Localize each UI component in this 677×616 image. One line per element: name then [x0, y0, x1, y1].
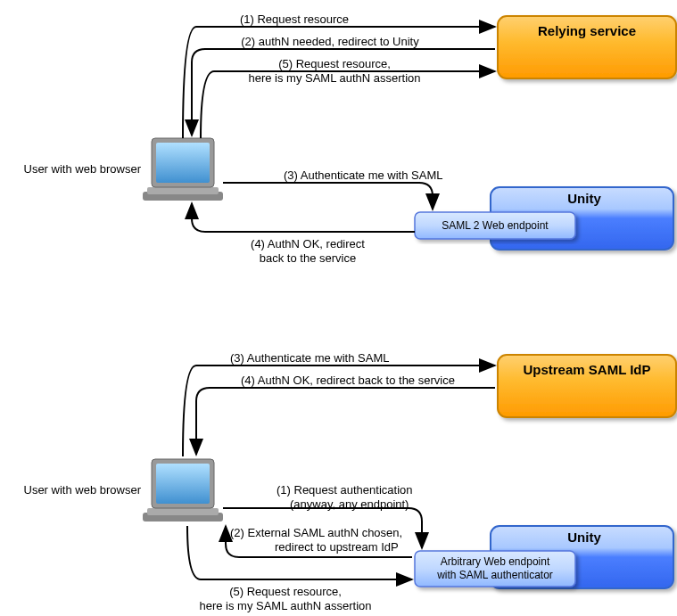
arrow-5b-label-bottom: here is my SAML authN assertion: [199, 599, 371, 612]
laptop-icon: [143, 138, 223, 201]
arrow-4-bottom: [196, 388, 495, 455]
saml-endpoint-label-top: SAML 2 Web endpoint: [442, 219, 549, 232]
endpoint-label1-bottom: Arbitrary Web endpoint: [441, 555, 550, 568]
arrow-1a-label-bottom: (1) Request authentication: [277, 483, 412, 497]
arrow-3-label-top: (3) Authenticate me with SAML: [284, 168, 442, 182]
arrow-3-top: [223, 183, 433, 209]
user-label-bottom: User with web browser: [24, 483, 142, 497]
arrow-4a-label-top: (4) AuthN OK, redirect: [251, 237, 365, 251]
laptop-icon: [143, 459, 223, 522]
arrow-4-top: [192, 203, 415, 232]
arrow-3-label-bottom: (3) Authenticate me with SAML: [230, 351, 389, 365]
idp-label: Upstream SAML IdP: [523, 362, 650, 377]
unity-label-bottom: Unity: [567, 530, 601, 545]
user-label-top: User with web browser: [24, 162, 142, 176]
arrow-4b-label-top: back to the service: [260, 251, 356, 265]
arrow-4-label-bottom: (4) AuthN OK, redirect back to the servi…: [241, 374, 455, 387]
arrow-2a-label-bottom: (2) External SAML authN chosen,: [230, 526, 402, 539]
arrow-2b-label-bottom: redirect to upstream IdP: [275, 540, 399, 554]
diagram-top: Relying service Unity SAML 2 Web endpoin…: [24, 12, 677, 265]
endpoint-label2-bottom: with SAML authenticator: [436, 569, 553, 581]
arrow-5a-label-top: (5) Request resource,: [278, 57, 391, 70]
arrow-1b-label-bottom: (anyway, any endpoint): [290, 497, 409, 511]
arrow-1-label-top: (1) Request resource: [240, 12, 349, 26]
relying-service-label: Relying service: [538, 23, 636, 38]
arrow-5b-label-top: here is my SAML authN assertion: [248, 71, 420, 85]
arrow-5a-label-bottom: (5) Request resource,: [229, 585, 342, 598]
unity-label-top: Unity: [567, 191, 601, 206]
diagram-bottom: Upstream SAML IdP Unity Arbitrary Web en…: [24, 351, 677, 612]
arrow-2-label-top: (2) authN needed, redirect to Unity: [241, 35, 419, 48]
